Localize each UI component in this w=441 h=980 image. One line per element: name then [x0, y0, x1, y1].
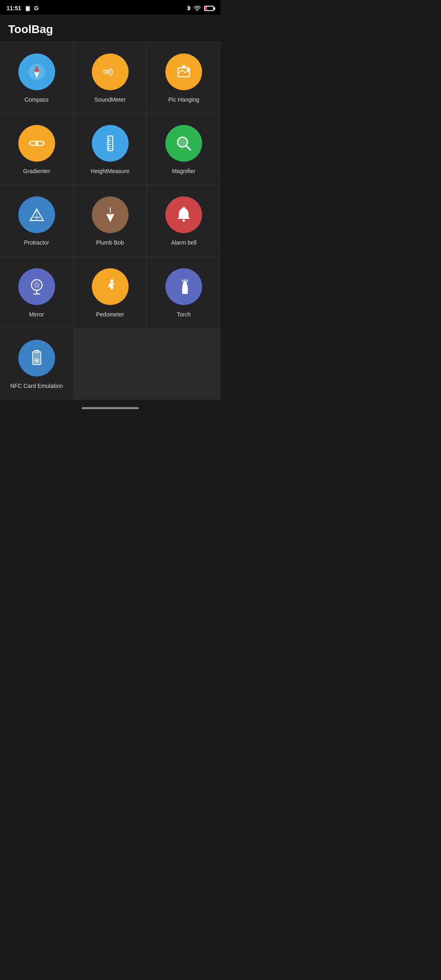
bluetooth-icon: [186, 5, 191, 11]
g-icon: G: [34, 5, 39, 11]
status-bar: 11:51 📋 G: [0, 0, 220, 15]
svg-line-35: [182, 280, 183, 281]
tool-item-nfc-card[interactable]: NFC NFC Card Emulation: [0, 328, 74, 400]
compass-icon: [18, 53, 55, 90]
plumb-bob-label: Plumb Bob: [96, 239, 124, 246]
svg-point-4: [104, 70, 107, 74]
plumb-bob-icon: [92, 196, 129, 233]
tool-item-mirror[interactable]: Mirror: [0, 257, 74, 328]
alarm-bell-icon: [165, 196, 202, 233]
nfc-card-icon: NFC: [18, 340, 55, 376]
tool-item-magnifier[interactable]: Magnifier: [147, 114, 220, 185]
tool-item-torch[interactable]: Torch: [147, 257, 220, 328]
svg-text:NFC: NFC: [35, 351, 39, 353]
tool-item-compass[interactable]: Compass: [0, 42, 74, 114]
svg-point-23: [109, 213, 111, 215]
svg-point-6: [187, 69, 189, 71]
svg-point-0: [197, 10, 198, 11]
tools-grid: Compass SoundMeter Pic Hanging Gradiente…: [0, 42, 220, 400]
tool-item-soundmeter[interactable]: SoundMeter: [74, 42, 147, 114]
magnifier-icon: [165, 125, 202, 162]
torch-icon: [165, 268, 202, 305]
svg-line-19: [186, 146, 190, 150]
pic-hanging-icon: [165, 53, 202, 90]
gradienter-icon: [18, 125, 55, 162]
wifi-icon: [194, 5, 201, 11]
mirror-label: Mirror: [29, 311, 44, 318]
magnifier-label: Magnifier: [172, 167, 196, 175]
svg-marker-22: [106, 214, 114, 222]
soundmeter-label: SoundMeter: [94, 96, 125, 103]
alarm-bell-label: Alarm bell: [171, 239, 196, 246]
tool-item-heightmeasure[interactable]: HeightMeasure: [74, 114, 147, 185]
heightmeasure-icon: [92, 125, 129, 162]
home-indicator: [82, 407, 139, 409]
pic-hanging-label: Pic Hanging: [168, 96, 199, 103]
bottom-bar: [0, 400, 220, 413]
tool-item-alarm-bell[interactable]: Alarm bell: [147, 185, 220, 256]
svg-point-41: [36, 359, 38, 361]
tool-item-pic-hanging[interactable]: Pic Hanging: [147, 42, 220, 114]
svg-point-24: [183, 219, 185, 222]
tool-item-protractor[interactable]: Protractor: [0, 185, 74, 256]
svg-line-36: [187, 280, 188, 281]
nfc-card-label: NFC Card Emulation: [10, 382, 63, 390]
page-title: ToolBag: [8, 23, 53, 36]
tool-item-plumb-bob[interactable]: Plumb Bob: [74, 185, 147, 256]
tool-item-pedometer[interactable]: Pedometer: [74, 257, 147, 328]
heightmeasure-label: HeightMeasure: [91, 167, 129, 175]
mirror-icon: [18, 268, 55, 305]
status-right: [186, 4, 214, 12]
status-left: 11:51 📋 G: [7, 5, 39, 11]
tool-item-gradienter[interactable]: Gradienter: [0, 114, 74, 185]
compass-label: Compass: [24, 96, 49, 103]
pedometer-label: Pedometer: [96, 311, 124, 318]
time: 11:51: [7, 5, 21, 11]
clipboard-icon: 📋: [24, 5, 31, 11]
protractor-icon: [18, 196, 55, 233]
svg-point-30: [110, 279, 114, 283]
gradienter-label: Gradienter: [23, 167, 50, 175]
svg-point-27: [33, 282, 40, 288]
protractor-label: Protractor: [24, 239, 49, 246]
soundmeter-icon: [92, 53, 129, 90]
svg-rect-31: [182, 287, 188, 294]
battery-icon: [203, 4, 214, 12]
torch-label: Torch: [177, 311, 191, 318]
header: ToolBag: [0, 15, 220, 42]
pedometer-icon: [92, 268, 129, 305]
svg-point-33: [183, 281, 187, 283]
svg-point-8: [35, 142, 38, 145]
